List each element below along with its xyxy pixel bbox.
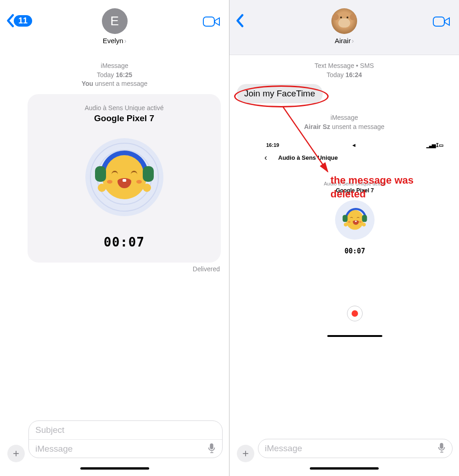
- system-meta-2: iMessage Airair Sz unsent a message: [230, 113, 459, 131]
- emoji-face-icon: [102, 155, 146, 199]
- plus-icon: +: [242, 447, 249, 460]
- emoji-face-icon: [346, 210, 364, 230]
- chevron-left-icon: ‹: [264, 153, 267, 162]
- card-subtitle: Audio à Sens Unique activé: [39, 104, 210, 112]
- subject-placeholder: Subject: [35, 425, 216, 435]
- timestamp: Today 16:25: [0, 71, 229, 80]
- service-label: Text Message • SMS: [230, 62, 459, 71]
- chevron-right-icon: ›: [352, 37, 354, 45]
- nested-emoji-artwork: [335, 200, 375, 240]
- record-dot-icon: [352, 310, 358, 317]
- right-screenshot: Airair › Text Message • SMS Today 16:24 …: [230, 0, 459, 476]
- unsent-notice: Airair Sz unsent a message: [230, 123, 459, 132]
- nested-timer: 00:07: [262, 247, 448, 255]
- compose-fields: iMessage: [258, 439, 453, 458]
- monkey-memoji-icon: [335, 12, 353, 30]
- nested-status-time: 16:19: [266, 142, 279, 148]
- video-camera-icon: [202, 15, 221, 28]
- contact-name-row: Airair ›: [335, 37, 354, 45]
- delivered-status: Delivered: [0, 265, 220, 273]
- service-label: iMessage: [230, 113, 459, 123]
- annotation-ellipse: [234, 85, 329, 107]
- chevron-left-icon: [6, 14, 15, 28]
- message-input[interactable]: iMessage: [258, 439, 452, 458]
- home-indicator[interactable]: [80, 467, 149, 470]
- video-camera-icon: [432, 15, 451, 28]
- emoji-artwork: [85, 138, 163, 216]
- left-header: 11 E Evelyn ›: [0, 0, 229, 55]
- plus-icon: +: [13, 447, 19, 460]
- svg-line-2: [283, 106, 328, 172]
- chevron-right-icon: ›: [124, 37, 127, 45]
- audio-timer: 00:07: [39, 235, 210, 250]
- card-title: Google Pixel 7: [39, 113, 210, 123]
- home-indicator[interactable]: [310, 467, 379, 470]
- microphone-icon[interactable]: [207, 443, 216, 455]
- microphone-icon[interactable]: [437, 442, 446, 454]
- message-input[interactable]: iMessage: [29, 439, 222, 458]
- nested-card-title: Google Pixel 7: [262, 187, 448, 194]
- contact-name: Evelyn: [103, 37, 123, 45]
- svg-rect-1: [433, 17, 444, 26]
- contact-name: Airair: [335, 37, 351, 45]
- message-placeholder: iMessage: [35, 444, 207, 454]
- service-label: iMessage: [0, 62, 229, 71]
- message-placeholder: iMessage: [265, 443, 437, 454]
- compose-area: + iMessage: [230, 439, 459, 470]
- avatar-initial: E: [110, 14, 119, 28]
- annotation-arrow: [283, 106, 342, 185]
- audio-message-card[interactable]: Audio à Sens Unique activé Google Pixel …: [28, 94, 221, 263]
- right-header: Airair ›: [230, 0, 459, 55]
- back-button[interactable]: [235, 14, 244, 28]
- compose-area: + Subject iMessage: [0, 420, 229, 470]
- subject-input[interactable]: Subject: [29, 421, 222, 439]
- avatar: E: [102, 8, 128, 34]
- unsent-notice: You unsent a message: [0, 79, 229, 89]
- add-button[interactable]: +: [7, 445, 25, 462]
- avatar: [331, 8, 357, 34]
- contact-name-row: Evelyn ›: [103, 37, 127, 45]
- record-button: [347, 306, 363, 321]
- svg-rect-0: [203, 17, 214, 26]
- left-screenshot: 11 E Evelyn › iMessage Today 16:25 You u…: [0, 0, 230, 476]
- nested-status-icons: 󠀠▁▃▅ ⵊ▭: [427, 142, 443, 148]
- compose-fields: Subject iMessage: [28, 420, 223, 458]
- add-button[interactable]: +: [237, 445, 254, 462]
- timestamp: Today 16:24: [230, 71, 459, 80]
- contact-header[interactable]: Airair ›: [230, 0, 459, 45]
- contact-header[interactable]: E Evelyn ›: [0, 0, 229, 45]
- unread-badge: 11: [14, 15, 32, 27]
- system-meta: Text Message • SMS Today 16:24: [230, 62, 459, 79]
- chevron-left-icon: [235, 14, 244, 28]
- facetime-button[interactable]: [202, 15, 221, 30]
- back-button[interactable]: 11: [6, 14, 32, 28]
- nested-home-indicator: [327, 335, 382, 337]
- system-meta: iMessage Today 16:25 You unsent a messag…: [0, 62, 229, 89]
- facetime-button[interactable]: [432, 15, 451, 30]
